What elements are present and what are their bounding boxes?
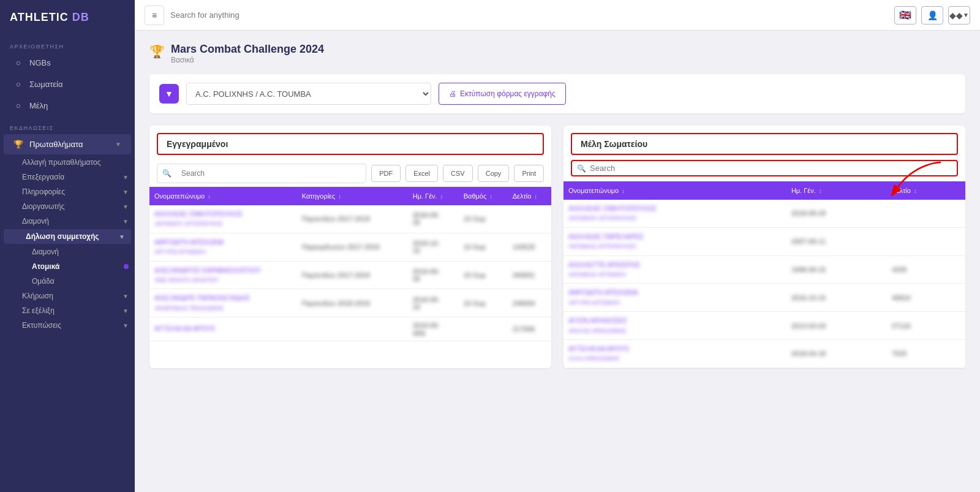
sidebar-sub-diorganotis[interactable]: Διοργανωτής ▼	[0, 199, 135, 214]
sidebar-item-label: Διαμονή	[22, 217, 49, 225]
left-search-container: 🔍	[157, 164, 366, 183]
sort-icon[interactable]: ↕	[208, 194, 211, 200]
sidebar-item-label: Πρωταθλήματα	[29, 140, 83, 149]
sidebar-item-label: Δήλωση συμμετοχής	[26, 232, 99, 241]
breadcrumb: Βασικά	[171, 56, 324, 64]
col-categories: Κατηγορίες ↕	[297, 187, 408, 205]
cell-categories	[297, 317, 408, 341]
sort-icon[interactable]: ↕	[819, 188, 822, 194]
sidebar-sub-dilosi[interactable]: Δήλωση συμμετοχής ▼	[4, 229, 131, 244]
sidebar-item-label: Εκτυπώσεις	[22, 321, 61, 330]
sidebar-sub-diamoni[interactable]: Διαμονή ▼	[0, 214, 135, 229]
sidebar-sub2-diamoni[interactable]: Διαμονή	[0, 244, 135, 259]
sort-icon[interactable]: ↕	[440, 194, 443, 200]
print-form-label: Εκτύπωση φόρμας εγγραφής	[460, 89, 556, 98]
table-row: ΑΧΙΛΛΕΑΣ ΣΙΜΗΤΟΠΟΥΛΟΣΑΝΤΩΝΙΟΥ ΑΡΤΟΠΟΥΛΟΣ…	[564, 200, 965, 227]
col-dob: Ημ. Γέν. ↕	[786, 181, 887, 200]
printer-icon: 🖨	[449, 89, 456, 98]
table-row: ΑΧΙΛΛΕΑΣ ΣΙΜΗΤΟΠΟΥΛΟΣΑΝΤΩΝΙΟΥ ΑΡΤΟΠΟΥΛΟΣ…	[149, 205, 551, 233]
print-button[interactable]: Print	[514, 165, 544, 182]
chevron-down-icon: ▼	[123, 189, 129, 195]
cell-name[interactable]: ΑΛΕΞΑΝΔΡΕ ΠΑΡΑΣΚΕΥΑΔΗΣΑΡΑΒΤΩΝΑΣ ΤΕΣΟΛΩΝΗ…	[149, 289, 297, 317]
cell-dob: 2018-09-19	[408, 289, 459, 317]
sidebar-item-label: Ομάδα	[32, 277, 55, 286]
two-column-layout: Εγγεγραμμένοι 🔍 PDF Excel CSV Copy Print	[149, 126, 965, 368]
settings-button[interactable]: ◆◆ ▼	[948, 6, 970, 25]
sort-icon[interactable]: ↕	[338, 194, 341, 200]
sidebar-sub-plirofoiries[interactable]: Πληροφορίες ▼	[0, 184, 135, 199]
table-row: ΑΧΙΛΛΕΑΣ ΠΑΡΕΛΑΡΕΣΑΝΤΩΝΙΑΣ ΑΡΤΟΠΟΥΛΟΣ 20…	[564, 227, 965, 255]
sort-icon[interactable]: ↕	[914, 188, 917, 194]
cell-name[interactable]: ΑΓΙΟΝ ΑΡΛΙΚΟΣΕΣΑΡΑΓΟΣ ΑΡΕΟΛΩΝΗΣ	[564, 312, 786, 340]
sidebar-sub2-atomika[interactable]: Ατομικά	[0, 259, 135, 274]
search-icon: 🔍	[577, 164, 586, 173]
cell-categories: Παρκορδωτών 2017-2018	[297, 233, 408, 261]
members-search-container: 🔍	[571, 160, 958, 176]
sidebar-item-label: Διαμονή	[32, 248, 59, 256]
sidebar-sub-epexergasia[interactable]: Επεξεργασία ▼	[0, 170, 135, 184]
members-table-container: Ονοματεπώνυμο ↕ Ημ. Γέν. ↕ Δελτίο ↕ ΑΧΙΛ…	[564, 181, 965, 368]
sidebar-sub-ektupwseis[interactable]: Εκτυπώσεις ▼	[0, 318, 135, 333]
table-row: ΑΛΕΞΑΝΔΡΕ ΠΑΡΑΣΚΕΥΑΔΗΣΑΡΑΒΤΩΝΑΣ ΤΕΣΟΛΩΝΗ…	[149, 289, 551, 317]
chevron-down-icon: ▼	[123, 203, 129, 210]
cell-deltio: 40810	[887, 284, 965, 312]
cell-name[interactable]: ΑΓΓΕΛΙΑ ΑΑ ΑΡΟΥΣ	[149, 317, 297, 341]
user-icon: 👤	[927, 10, 938, 20]
cell-name[interactable]: ΑΧΙΛΛΕΑΣ ΣΙΜΗΤΟΠΟΥΛΟΣΑΝΤΩΝΙΟΥ ΑΡΤΟΠΟΥΛΟΣ	[564, 200, 786, 227]
chevron-down-icon: ▼	[123, 218, 129, 225]
filter-button[interactable]: ▼	[159, 84, 179, 104]
search-icon: 🔍	[162, 169, 172, 178]
cell-dob: 2018-04-18	[786, 339, 887, 368]
sort-icon[interactable]: ↕	[534, 194, 537, 200]
user-button[interactable]: 👤	[921, 6, 943, 25]
filter-bar: ▼ A.C. POLIXNHS / A.C. TOUMBA 🖨 Εκτύπωση…	[149, 74, 965, 113]
table-row: ΑΓΙΟΝ ΑΡΛΙΚΟΣΕΣΑΡΑΓΟΣ ΑΡΕΟΛΩΝΗΣ 2013-03-…	[564, 312, 965, 340]
section-label-1: ΑΡΧΕΙΟΘΕΤΗΣΗ	[0, 35, 135, 52]
cell-name[interactable]: ΑΧΙΛΛΕΤΤΕ ΑΡΕΙΣΡΗΣΑΝΤΩΝΙΑΣ ΑΡΤΩΝΙΟΥ	[564, 255, 786, 284]
sidebar-item-ngbs[interactable]: ○ NGBs	[4, 53, 131, 73]
cell-name[interactable]: ΑΛΕΞΑΝΔΡΟΣ ΚΑΡΑΒΑΣΙΛΟΓΛΟΥΑΝΕ ΑΡΚΟΥΣ ΑΡΑΝ…	[149, 261, 297, 289]
menu-button[interactable]: ≡	[145, 6, 164, 25]
cell-dob: 2018-09-αβψ	[408, 317, 459, 341]
sidebar-sub-se-exelixsi[interactable]: Σε εξέλιξη ▼	[0, 303, 135, 318]
sidebar-item-meli[interactable]: ○ Μέλη	[4, 96, 131, 116]
sidebar: ATHLETIC DB ΑΡΧΕΙΟΘΕΤΗΣΗ ○ NGBs ○ Σωματε…	[0, 0, 135, 492]
cell-deltio: 7025	[887, 339, 965, 368]
registered-table-container: Ονοματεπώνυμο ↕ Κατηγορίες ↕ Ημ. Γέν. ↕ …	[149, 187, 551, 341]
copy-button[interactable]: Copy	[478, 165, 510, 182]
sort-icon[interactable]: ↕	[622, 188, 625, 194]
global-search-input[interactable]	[170, 6, 888, 25]
topbar-right: 🇬🇧 👤 ◆◆ ▼	[894, 6, 970, 25]
cell-name[interactable]: ΑΓΓΕΛΙΑ ΑΑ ΑΡΟΥΣΑΑΑΑ ΑΡΕΟΛΩΝΗΣ	[564, 339, 786, 368]
excel-button[interactable]: Excel	[405, 165, 438, 182]
cell-name[interactable]: ΑΦΡΟΔΙΤΗ ΑΠΟΛΩΝΑΑΡΓΥΡΩ ΑΡΤΩΝΙΟΥ	[149, 233, 297, 261]
registered-table: Ονοματεπώνυμο ↕ Κατηγορίες ↕ Ημ. Γέν. ↕ …	[149, 187, 551, 341]
cell-name[interactable]: ΑΧΙΛΛΕΑΣ ΣΙΜΗΤΟΠΟΥΛΟΣΑΝΤΩΝΙΟΥ ΑΡΤΟΠΟΥΛΟΣ	[149, 205, 297, 233]
sort-icon[interactable]: ↕	[489, 194, 492, 200]
app-logo: ATHLETIC DB	[0, 0, 135, 35]
sidebar-item-label: Ατομικά	[32, 262, 59, 271]
sidebar-item-swmateias[interactable]: ○ Σωματεία	[4, 74, 131, 94]
members-panel-header: Μέλη Σωματείου	[571, 133, 958, 155]
members-table: Ονοματεπώνυμο ↕ Ημ. Γέν. ↕ Δελτίο ↕ ΑΧΙΛ…	[564, 181, 965, 368]
sidebar-item-prwtathlimata[interactable]: 🏆 Πρωταθλήματα ▼	[4, 134, 131, 154]
sidebar-sub2-omada[interactable]: Ομάδα	[0, 274, 135, 289]
cell-name[interactable]: ΑΦΡΟΔΙΤΗ ΑΠΟΛΩΝΑΑΡΓΥΡΩ ΑΡΤΩΝΙΟΥ	[564, 284, 786, 312]
registered-search-input[interactable]	[175, 165, 361, 182]
sidebar-item-label: Μέλη	[29, 101, 48, 110]
cell-dob: 1998-09-15	[786, 255, 887, 284]
chevron-down-icon: ▼	[115, 141, 121, 148]
club-filter-select[interactable]: A.C. POLIXNHS / A.C. TOUMBA	[186, 83, 431, 105]
sidebar-item-label: Κλήρωση	[22, 292, 53, 300]
sidebar-sub-klirosi[interactable]: Κλήρωση ▼	[0, 289, 135, 303]
members-panel: Μέλη Σωματείου 🔍 Ονοματεπώνυμο ↕ Ημ. Γέν…	[564, 126, 965, 368]
main-content: ≡ 🇬🇧 👤 ◆◆ ▼ 🏆 Mars Combat Challenge 2024…	[135, 0, 980, 492]
pdf-button[interactable]: PDF	[371, 165, 401, 182]
print-form-button[interactable]: 🖨 Εκτύπωση φόρμας εγγραφής	[439, 83, 566, 105]
cell-deltio: 217006	[508, 317, 551, 341]
csv-button[interactable]: CSV	[443, 165, 473, 182]
sidebar-sub-allaxi[interactable]: Αλλαγή πρωταθλήματος	[0, 155, 135, 170]
language-flag-button[interactable]: 🇬🇧	[894, 6, 916, 25]
members-search-input[interactable]	[590, 164, 952, 173]
cell-name[interactable]: ΑΧΙΛΛΕΑΣ ΠΑΡΕΛΑΡΕΣΑΝΤΩΝΙΑΣ ΑΡΤΟΠΟΥΛΟΣ	[564, 227, 786, 255]
